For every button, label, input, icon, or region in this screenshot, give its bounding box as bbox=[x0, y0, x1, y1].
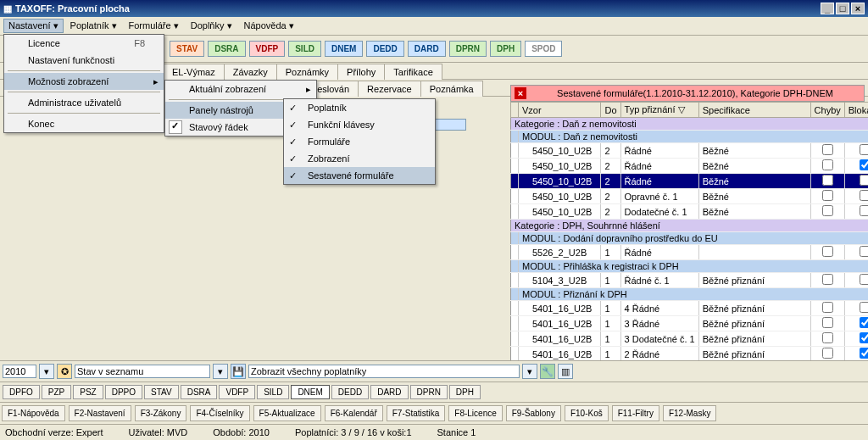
blokace-checkbox[interactable] bbox=[860, 274, 868, 285]
bottom-tab-vdfp[interactable]: VDFP bbox=[219, 385, 255, 399]
toolbar-dard[interactable]: DARD bbox=[408, 41, 446, 57]
fkey-button[interactable]: F3-Zákony bbox=[135, 405, 187, 421]
chyby-checkbox[interactable] bbox=[822, 317, 833, 328]
state-input[interactable] bbox=[75, 365, 210, 378]
bottom-tab-stav[interactable]: STAV bbox=[144, 385, 179, 399]
menu-panel-formulare[interactable]: ✓Formuláře bbox=[284, 133, 435, 150]
chyby-checkbox[interactable] bbox=[822, 205, 833, 216]
clear-icon-button[interactable]: ▥ bbox=[558, 364, 573, 379]
blokace-checkbox[interactable] bbox=[860, 332, 868, 343]
module-row[interactable]: MODUL : Dodání dopravního prostředku do … bbox=[511, 232, 869, 245]
fkey-button[interactable]: F6-Kalendář bbox=[325, 405, 383, 421]
module-row[interactable]: MODUL : Přiznání k DPH bbox=[511, 288, 869, 301]
blokace-checkbox[interactable] bbox=[860, 205, 868, 216]
year-dropdown-button[interactable]: ▾ bbox=[39, 364, 54, 379]
fkey-button[interactable]: F11-Filtry bbox=[612, 405, 659, 421]
state-dropdown-button[interactable]: ▾ bbox=[213, 364, 228, 379]
menu-aktualni-zobrazeni[interactable]: Aktuální zobrazení▸ bbox=[165, 81, 316, 97]
blokace-checkbox[interactable] bbox=[860, 317, 868, 328]
category-row[interactable]: Kategorie : DPH, Souhrnné hlášení bbox=[511, 220, 869, 232]
fkey-button[interactable]: F1-Nápověda bbox=[2, 405, 65, 421]
menu-nastaveni[interactable]: Nastavení ▾ bbox=[3, 19, 64, 33]
chyby-checkbox[interactable] bbox=[822, 159, 833, 170]
toolbar-dnem[interactable]: DNEM bbox=[325, 41, 363, 57]
menu-poplatnik[interactable]: Poplatník ▾ bbox=[65, 19, 122, 33]
tab-prilohy[interactable]: Přílohy bbox=[337, 64, 385, 80]
bottom-tab-dph[interactable]: DPH bbox=[449, 385, 481, 399]
module-row[interactable]: MODUL : Daň z nemovitosti bbox=[511, 131, 869, 143]
fkey-button[interactable]: F9-Šablony bbox=[506, 405, 561, 421]
tab-tarifikace[interactable]: Tarifikace bbox=[384, 64, 442, 80]
toolbar-vdfp[interactable]: VDFP bbox=[249, 41, 286, 57]
fkey-button[interactable]: F7-Statistika bbox=[387, 405, 446, 421]
chyby-checkbox[interactable] bbox=[822, 175, 833, 186]
save-icon-button[interactable]: 💾 bbox=[231, 364, 246, 379]
menu-konec[interactable]: Konec bbox=[4, 115, 164, 132]
show-dropdown-button[interactable]: ▾ bbox=[522, 364, 537, 379]
blokace-checkbox[interactable] bbox=[860, 246, 868, 257]
table-row[interactable]: 5401_16_U2B14 ŘádnéBěžné přiznání283 bbox=[511, 301, 869, 316]
table-row[interactable]: 5450_10_U2B2ŘádnéBěžné039 bbox=[511, 159, 869, 174]
col-do[interactable]: Do bbox=[601, 103, 620, 118]
table-row[interactable]: 5450_10_U2B2Opravné č. 1Běžné039 bbox=[511, 189, 869, 204]
category-row[interactable]: Kategorie : Daň z nemovitosti bbox=[511, 118, 869, 131]
bottom-tab-dard[interactable]: DARD bbox=[370, 385, 408, 399]
fkey-button[interactable]: F4-Číselníky bbox=[190, 405, 249, 421]
menu-panel-poplatnik[interactable]: ✓Poplatník bbox=[284, 99, 435, 116]
fkey-button[interactable]: F10-Koš bbox=[565, 405, 609, 421]
blokace-checkbox[interactable] bbox=[860, 190, 868, 201]
blokace-checkbox[interactable] bbox=[860, 302, 868, 313]
year-input[interactable] bbox=[3, 365, 36, 378]
menu-licence[interactable]: LicenceF8 bbox=[4, 35, 164, 52]
fkey-button[interactable]: F2-Nastavení bbox=[69, 405, 131, 421]
menu-panel-zobrazeni[interactable]: ✓Zobrazení bbox=[284, 150, 435, 167]
panel-close-button[interactable]: × bbox=[515, 87, 526, 99]
blokace-checkbox[interactable] bbox=[860, 348, 868, 359]
col-blokace[interactable]: Blokace bbox=[844, 103, 868, 118]
chyby-checkbox[interactable] bbox=[822, 332, 833, 343]
toolbar-sild[interactable]: SILD bbox=[288, 41, 321, 57]
col-chyby[interactable]: Chyby bbox=[810, 103, 844, 118]
menu-doplnky[interactable]: Doplňky ▾ bbox=[186, 19, 237, 33]
maximize-button[interactable]: □ bbox=[836, 3, 849, 14]
bottom-tab-dsra[interactable]: DSRA bbox=[181, 385, 218, 399]
col-vzor[interactable]: Vzor bbox=[519, 103, 601, 118]
chyby-checkbox[interactable] bbox=[822, 246, 833, 257]
fkey-button[interactable]: F12-Masky bbox=[663, 405, 716, 421]
subtab-4[interactable]: Poznámka bbox=[420, 81, 483, 97]
bottom-tab-dppo[interactable]: DPPO bbox=[105, 385, 142, 399]
blokace-checkbox[interactable] bbox=[860, 175, 868, 186]
fkey-button[interactable]: F5-Aktualizace bbox=[253, 405, 321, 421]
tab-poznamky[interactable]: Poznámky bbox=[276, 64, 338, 80]
show-input[interactable] bbox=[248, 365, 520, 378]
table-row[interactable]: 5450_10_U2B2ŘádnéBěžné002 bbox=[511, 174, 869, 189]
bottom-tab-dedd[interactable]: DEDD bbox=[331, 385, 369, 399]
toolbar-stav[interactable]: STAV bbox=[170, 41, 204, 57]
subtab-3[interactable]: Rezervace bbox=[358, 81, 421, 97]
bottom-tab-dprn[interactable]: DPRN bbox=[410, 385, 448, 399]
toolbar-spod[interactable]: SPOD bbox=[525, 41, 562, 57]
chyby-checkbox[interactable] bbox=[822, 274, 833, 285]
toolbar-dph[interactable]: DPH bbox=[490, 41, 521, 57]
menu-nastaveni-funkcnosti[interactable]: Nastavení funkčnosti bbox=[4, 52, 164, 69]
bottom-tab-psz[interactable]: PSZ bbox=[73, 385, 103, 399]
bottom-tab-dpfo[interactable]: DPFO bbox=[3, 385, 40, 399]
table-row[interactable]: 5401_16_U2B13 ŘádnéBěžné přiznání bbox=[511, 316, 869, 331]
fkey-button[interactable]: F8-Licence bbox=[448, 405, 502, 421]
blokace-checkbox[interactable] bbox=[860, 159, 868, 170]
menu-panel-sestavene[interactable]: ✓Sestavené formuláře bbox=[284, 167, 435, 184]
menu-moznosti-zobrazeni[interactable]: Možnosti zobrazení▸ bbox=[4, 73, 164, 90]
table-row[interactable]: 5450_10_U2B2Dodatečné č. 1Běžné039 bbox=[511, 204, 869, 220]
toolbar-dedd[interactable]: DEDD bbox=[366, 41, 403, 57]
menu-formulare[interactable]: Formuláře ▾ bbox=[124, 19, 184, 33]
toolbar-dsra[interactable]: DSRA bbox=[208, 41, 245, 57]
tab-zavazky[interactable]: Závazky bbox=[224, 64, 277, 80]
table-row[interactable]: 5526_2_U2B1Řádné283 bbox=[511, 245, 869, 260]
close-button[interactable]: × bbox=[851, 3, 865, 14]
minimize-button[interactable]: _ bbox=[821, 3, 834, 14]
tool-icon-button[interactable]: 🔧 bbox=[540, 364, 555, 379]
menu-administrace[interactable]: Administrace uživatelů bbox=[4, 94, 164, 111]
toolbar-dprn[interactable]: DPRN bbox=[449, 41, 487, 57]
module-row[interactable]: MODUL : Přihláška k registraci k DPH bbox=[511, 260, 869, 273]
chyby-checkbox[interactable] bbox=[822, 302, 833, 313]
